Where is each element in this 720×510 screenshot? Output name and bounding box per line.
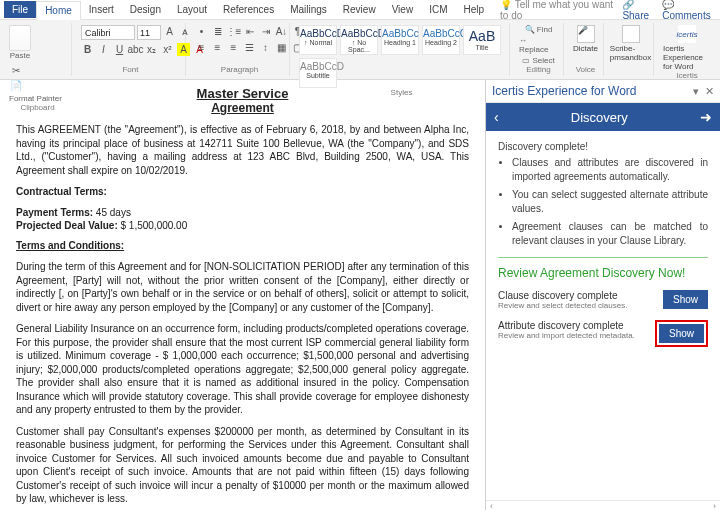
group-font: Font xyxy=(81,65,180,74)
underline-icon[interactable]: U xyxy=(113,43,126,56)
document-body[interactable]: Master Service Agreement This AGREEMENT … xyxy=(0,80,485,510)
s4t: AaB xyxy=(464,28,500,44)
s2n: Heading 1 xyxy=(382,39,418,46)
find-label: Find xyxy=(537,25,553,34)
pane-header-title: Discovery xyxy=(571,110,628,125)
pane-export-icon[interactable]: ➜ xyxy=(700,109,712,125)
icertis-label: Icertis Experience for Word xyxy=(663,44,711,71)
pane-back-icon[interactable]: ‹ xyxy=(494,109,499,125)
format-painter[interactable]: Format Painter xyxy=(9,94,62,104)
strike-icon[interactable]: abc xyxy=(129,43,142,56)
cut-icon[interactable]: ✂ xyxy=(9,64,22,77)
mic-icon: 🎤 xyxy=(577,25,595,43)
tab-design[interactable]: Design xyxy=(122,1,169,18)
paste-label: Paste xyxy=(10,51,30,61)
sub-icon[interactable]: x₂ xyxy=(145,43,158,56)
scribe-icon xyxy=(622,25,640,43)
deal-value: $ 1,500,000.00 xyxy=(118,220,188,231)
style-normal[interactable]: AaBbCcDd↑ Normal xyxy=(299,25,337,55)
highlight-icon[interactable]: A xyxy=(177,43,190,56)
justify-icon[interactable]: ☰ xyxy=(243,41,256,54)
group-clipboard: Clipboard xyxy=(9,103,66,112)
tab-review[interactable]: Review xyxy=(335,1,384,18)
tab-insert[interactable]: Insert xyxy=(81,1,122,18)
linespacing-icon[interactable]: ↕ xyxy=(259,41,272,54)
italic-icon[interactable]: I xyxy=(97,43,110,56)
icertis-button[interactable]: icertisIcertis Experience for Word xyxy=(663,25,711,71)
scroll-left-icon[interactable]: ‹ xyxy=(490,501,493,511)
style-title[interactable]: AaBTitle xyxy=(463,25,501,55)
ribbon-tabs: File Home Insert Design Layout Reference… xyxy=(0,0,720,20)
pane-dropdown-icon[interactable]: ▾ xyxy=(693,85,699,98)
tellme-text: Tell me what you want to do xyxy=(500,0,613,21)
tab-references[interactable]: References xyxy=(215,1,282,18)
intro-paragraph: This AGREEMENT (the "Agreement"), is eff… xyxy=(16,123,469,177)
tab-mailings[interactable]: Mailings xyxy=(282,1,335,18)
scroll-right-icon[interactable]: › xyxy=(713,501,716,511)
tab-help[interactable]: Help xyxy=(455,1,492,18)
align-left-icon[interactable]: ≡ xyxy=(195,41,208,54)
attribute-discovery-label: Attribute discovery complete xyxy=(498,320,649,331)
clause-show-button[interactable]: Show xyxy=(663,290,708,309)
scribe-button[interactable]: Scribe- pmsandbox xyxy=(613,25,648,62)
attribute-show-button[interactable]: Show xyxy=(659,324,704,343)
tandc-heading: Terms and Conditions: xyxy=(16,239,469,253)
multilevel-icon[interactable]: ⋮≡ xyxy=(227,25,240,38)
s0t: AaBbCcDd xyxy=(300,28,336,39)
contractual-heading: Contractual Terms: xyxy=(16,185,469,199)
select-label: Select xyxy=(533,56,555,65)
dictate-button[interactable]: 🎤Dictate xyxy=(573,25,598,53)
tab-view[interactable]: View xyxy=(384,1,422,18)
review-now-heading: Review Agreement Discovery Now! xyxy=(498,266,708,280)
numbering-icon[interactable]: ≣ xyxy=(211,25,224,38)
s1n: ↑ No Spac... xyxy=(341,39,377,53)
nonsolicit-paragraph: During the term of this Agreement and fo… xyxy=(16,260,469,314)
align-right-icon[interactable]: ≡ xyxy=(227,41,240,54)
sort-icon[interactable]: A↓ xyxy=(275,25,288,38)
pane-scrollbar[interactable]: ‹ › xyxy=(486,500,720,510)
styles-gallery[interactable]: AaBbCcDd↑ Normal AaBbCcDd↑ No Spac... Aa… xyxy=(299,25,504,88)
group-editing: Editing xyxy=(519,65,558,74)
replace-button[interactable]: ↔ Replace xyxy=(519,36,558,55)
s3n: Heading 2 xyxy=(423,39,459,46)
bullets-icon[interactable]: • xyxy=(195,25,208,38)
bullet-2: You can select suggested alternate attri… xyxy=(512,188,708,215)
comments-label: Comments xyxy=(662,10,710,21)
select-button[interactable]: ▭ Select xyxy=(522,56,554,66)
paste-icon[interactable] xyxy=(9,25,31,51)
sup-icon[interactable]: x² xyxy=(161,43,174,56)
customer-paragraph: Customer shall pay Consultant's expenses… xyxy=(16,425,469,506)
payment-label: Payment Terms: xyxy=(16,207,93,218)
ribbon: Paste ✂ 📄 Format Painter Clipboard Calib… xyxy=(0,20,720,80)
copy-icon[interactable]: 📄 xyxy=(9,79,22,92)
scribe-label: Scribe- pmsandbox xyxy=(610,44,651,62)
tab-icm[interactable]: ICM xyxy=(421,1,455,18)
workspace: Master Service Agreement This AGREEMENT … xyxy=(0,80,720,510)
comments-link[interactable]: 💬 Comments xyxy=(662,0,714,21)
bold-icon[interactable]: B xyxy=(81,43,94,56)
bullet-3: Agreement clauses can be matched to rele… xyxy=(512,220,708,247)
tab-file[interactable]: File xyxy=(4,1,36,18)
divider xyxy=(498,257,708,258)
group-icertis: Icertis xyxy=(663,71,711,80)
style-heading1[interactable]: AaBbCcHeading 1 xyxy=(381,25,419,55)
share-link[interactable]: 🔗 Share xyxy=(622,0,656,21)
clause-discovery-label: Clause discovery complete xyxy=(498,290,657,301)
tab-home[interactable]: Home xyxy=(36,1,81,20)
grow-font-icon[interactable]: A xyxy=(163,25,176,38)
find-button[interactable]: 🔍 Find xyxy=(525,25,553,35)
font-name[interactable]: Calibri xyxy=(81,25,135,40)
discovery-complete: Discovery complete! xyxy=(498,141,708,152)
font-size[interactable]: 11 xyxy=(137,25,161,40)
pane-close-icon[interactable]: ✕ xyxy=(705,85,714,98)
s4n: Title xyxy=(464,44,500,51)
outdent-icon[interactable]: ⇤ xyxy=(243,25,256,38)
style-nospacing[interactable]: AaBbCcDd↑ No Spac... xyxy=(340,25,378,55)
style-heading2[interactable]: AaBbCcCHeading 2 xyxy=(422,25,460,55)
align-center-icon[interactable]: ≡ xyxy=(211,41,224,54)
clause-discovery-sub: Review and select detected clauses. xyxy=(498,301,657,310)
tab-layout[interactable]: Layout xyxy=(169,1,215,18)
style-subtitle[interactable]: AaBbCcDSubtitle xyxy=(299,58,337,88)
shading-icon[interactable]: ▦ xyxy=(275,41,288,54)
indent-icon[interactable]: ⇥ xyxy=(259,25,272,38)
